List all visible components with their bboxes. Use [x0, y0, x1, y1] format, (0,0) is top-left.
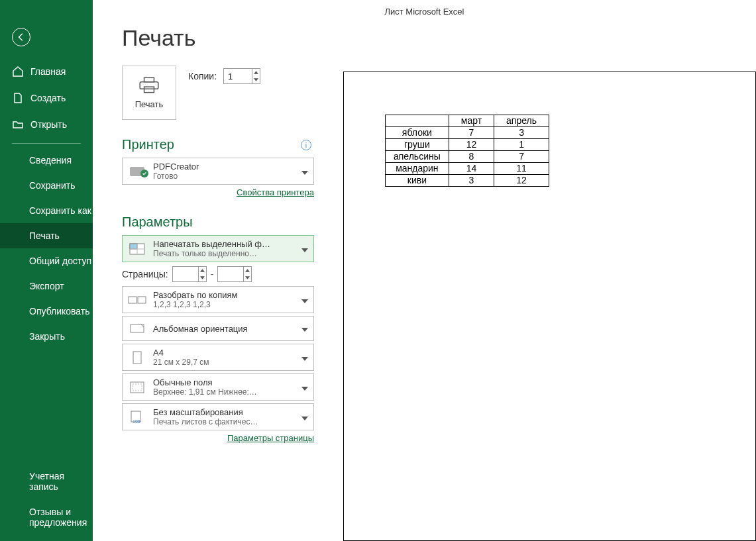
table-row: апельсины87: [386, 151, 549, 163]
print-button-label: Печать: [135, 99, 164, 109]
sidebar-label: Учетная запись: [29, 471, 93, 492]
table-row: киви312: [386, 175, 549, 187]
table-cell: груши: [386, 139, 449, 151]
svg-rect-7: [129, 297, 136, 303]
svg-rect-2: [144, 87, 154, 93]
sheet-selection-icon: [128, 243, 146, 255]
copies-spinner[interactable]: [223, 68, 260, 84]
table-cell: апельсины: [386, 151, 449, 163]
sidebar-item-publish[interactable]: Опубликовать: [0, 299, 93, 324]
copies-input[interactable]: [224, 69, 252, 83]
table-cell: 12: [494, 175, 549, 187]
settings-heading: Параметры: [122, 215, 193, 230]
table-header: апрель: [494, 115, 549, 127]
page-to-inc[interactable]: [244, 267, 251, 274]
sidebar-label: Сохранить как: [29, 205, 91, 216]
table-cell: 3: [449, 175, 494, 187]
page-title: Печать: [122, 25, 314, 51]
sidebar-item-share[interactable]: Общий доступ: [0, 248, 93, 273]
home-icon: [12, 66, 24, 77]
page-from-spinner[interactable]: [172, 266, 207, 282]
sidebar-item-new[interactable]: Создать: [0, 85, 93, 111]
sidebar-item-close[interactable]: Закрыть: [0, 324, 93, 349]
scope-title: Напечатать выделенный ф…: [153, 239, 295, 249]
svg-rect-4: [130, 244, 137, 249]
page-to-input[interactable]: [218, 267, 243, 281]
paper-sub: 21 см x 29,7 см: [153, 358, 295, 367]
chevron-down-icon: [301, 166, 308, 177]
table-cell: 11: [494, 163, 549, 175]
page-from-dec[interactable]: [199, 274, 206, 281]
collate-dropdown[interactable]: Разобрать по копиям 1,2,3 1,2,3 1,2,3: [122, 286, 314, 313]
page-from-input[interactable]: [173, 267, 198, 281]
chevron-down-icon: [301, 243, 308, 255]
sidebar-item-save[interactable]: Сохранить: [0, 173, 93, 198]
printer-name: PDFCreator: [153, 162, 295, 172]
sidebar-item-feedback[interactable]: Отзывы и предложения: [0, 499, 93, 541]
printer-heading: Принтер: [122, 137, 174, 152]
scope-sub: Печать только выделенно…: [153, 249, 295, 258]
print-button[interactable]: Печать: [122, 66, 176, 120]
page-to-dec[interactable]: [244, 274, 251, 281]
sidebar-label: Печать: [29, 230, 60, 241]
print-scope-dropdown[interactable]: Напечатать выделенный ф… Печать только в…: [122, 235, 314, 262]
sidebar-label: Открыть: [30, 119, 67, 130]
landscape-icon: [128, 323, 146, 334]
back-button[interactable]: [12, 28, 30, 46]
chevron-down-icon: [301, 294, 308, 306]
table-cell: киви: [386, 175, 449, 187]
table-cell: 1: [494, 139, 549, 151]
sidebar-item-home[interactable]: Главная: [0, 58, 93, 85]
margins-sub: Верхнее: 1,91 см Нижнее:…: [153, 387, 295, 397]
table-cell: 14: [449, 163, 494, 175]
page-from-inc[interactable]: [199, 267, 206, 274]
collate-sub: 1,2,3 1,2,3 1,2,3: [153, 300, 295, 309]
table-row: яблоки73: [386, 127, 549, 139]
svg-rect-0: [144, 77, 154, 81]
printer-large-icon: [138, 77, 160, 94]
svg-rect-10: [133, 352, 141, 364]
printer-dropdown[interactable]: PDFCreator Готово: [122, 158, 314, 185]
page-icon: [128, 351, 146, 364]
page-setup-link[interactable]: Параметры страницы: [122, 433, 314, 443]
sidebar-item-saveas[interactable]: Сохранить как: [0, 198, 93, 223]
page-to-spinner[interactable]: [217, 266, 252, 282]
sidebar-item-print[interactable]: Печать: [0, 223, 93, 248]
svg-rect-9: [131, 324, 144, 332]
printer-icon: [128, 167, 146, 176]
sidebar-label: Сохранить: [29, 180, 76, 191]
sidebar-item-account[interactable]: Учетная запись: [0, 464, 93, 499]
margins-icon: [128, 381, 146, 393]
table-cell: яблоки: [386, 127, 449, 139]
printer-properties-link[interactable]: Свойства принтера: [122, 187, 314, 197]
pages-label: Страницы:: [122, 269, 168, 279]
sidebar-item-info[interactable]: Сведения: [0, 148, 93, 173]
table-header: март: [449, 115, 494, 127]
preview-page: мартапрельяблоки73груши121апельсины87ман…: [344, 72, 755, 540]
svg-rect-11: [131, 382, 144, 393]
table-cell: 3: [494, 127, 549, 139]
print-preview: мартапрельяблоки73груши121апельсины87ман…: [343, 72, 756, 541]
sidebar-label: Главная: [30, 66, 66, 77]
orientation-dropdown[interactable]: Альбомная ориентация: [122, 316, 314, 341]
scaling-sub: Печать листов с фактичес…: [153, 417, 295, 426]
chevron-down-icon: [301, 352, 308, 364]
preview-table: мартапрельяблоки73груши121апельсины87ман…: [385, 115, 549, 187]
margins-title: Обычные поля: [153, 377, 295, 387]
scaling-title: Без масштабирования: [153, 407, 295, 417]
sidebar-label: Отзывы и предложения: [29, 507, 93, 528]
paper-title: A4: [153, 348, 295, 358]
sidebar-item-export[interactable]: Экспорт: [0, 273, 93, 299]
sidebar-item-open[interactable]: Открыть: [0, 111, 93, 138]
info-icon[interactable]: i: [301, 140, 311, 150]
copies-increment[interactable]: [252, 69, 260, 76]
copies-label: Копии:: [188, 71, 217, 81]
chevron-down-icon: [301, 411, 308, 423]
margins-dropdown[interactable]: Обычные поля Верхнее: 1,91 см Нижнее:…: [122, 373, 314, 401]
collate-icon: [128, 295, 146, 305]
scaling-dropdown[interactable]: 100 Без масштабирования Печать листов с …: [122, 403, 314, 430]
copies-decrement[interactable]: [252, 76, 260, 83]
file-new-icon: [12, 92, 24, 104]
paper-size-dropdown[interactable]: A4 21 см x 29,7 см: [122, 344, 314, 371]
sidebar-label: Общий доступ: [29, 256, 91, 266]
